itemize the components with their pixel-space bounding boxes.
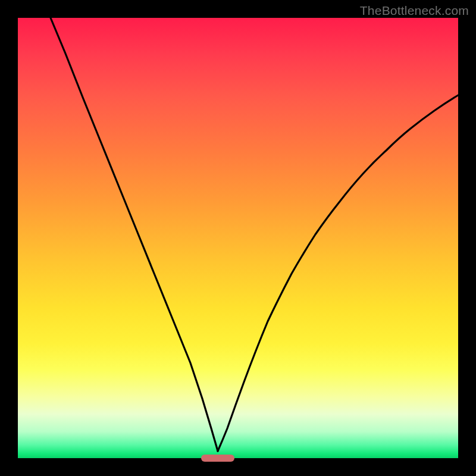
watermark-text: TheBottleneck.com [360, 4, 469, 18]
optimal-marker [201, 455, 234, 462]
left-curve [51, 18, 218, 451]
bottleneck-curves [18, 18, 458, 458]
chart-frame: TheBottleneck.com [0, 0, 476, 476]
plot-area [18, 18, 458, 458]
right-curve [218, 95, 458, 451]
